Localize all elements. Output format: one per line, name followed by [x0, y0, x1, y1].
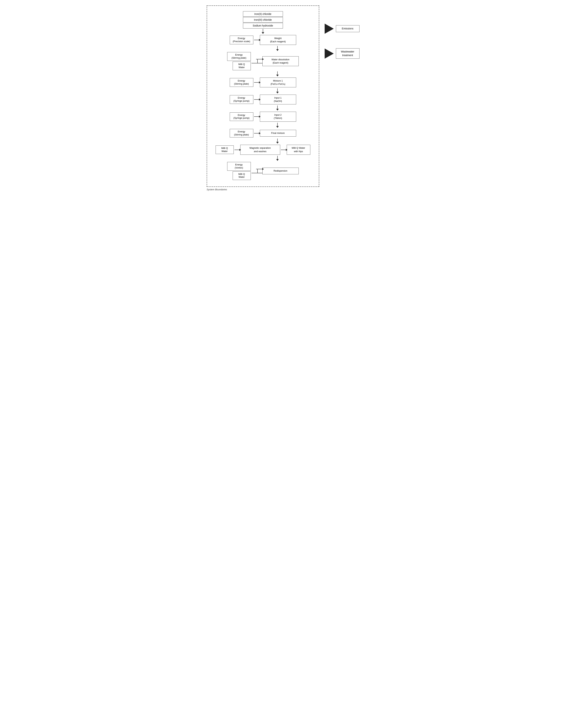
vert-connector [257, 59, 258, 63]
arrowhead-down4 [276, 92, 279, 94]
process-final-mixture: Final mixture [260, 130, 296, 136]
arrowhead-down3 [276, 75, 279, 76]
process-magnetic-separation: Magnetic separation and washes [240, 145, 280, 155]
process-input1: Input 1 (NaOH) [260, 95, 296, 104]
big-arrow-emissions [325, 24, 334, 34]
page-wrapper: Iron(II) chloride Iron(III) chloride Sod… [207, 5, 359, 187]
reagent-iron2: Iron(II) chloride [243, 11, 283, 17]
arrow-syringe2-input2 [254, 116, 259, 117]
final-mixture-row: Energy (Stirring plate) Final mixture [211, 129, 315, 138]
left-inputs-dissolution: Energy (Stirring plate) Milli Q Water [227, 52, 251, 70]
arrow-precision-weight [254, 40, 259, 40]
energy-stirring2: Energy (Stirring plate) [230, 78, 253, 87]
bracket-redispersion [252, 169, 263, 173]
arrow-input1-input2 [277, 106, 278, 109]
mixture1-row: Energy (Stirring plate) Mixture 1 (FeCl₂… [211, 78, 315, 87]
process-milli-q-nps: Milli Q Water with Nps [287, 145, 310, 155]
energy-syringe1: Energy (Syringe pump) [230, 95, 253, 104]
emissions-row: Emissions [325, 24, 359, 34]
energy-syringe2: Energy (Syringe pump) [230, 112, 253, 121]
arrow-magnetic-redispersion [277, 156, 278, 159]
arrow-dissolution-mixture1 [277, 71, 278, 75]
input2-row: Energy (Syringe pump) Input 2 (TMAH) [211, 112, 315, 121]
energy-stirring3: Energy (Stirring plate) [230, 129, 253, 138]
vert-connector2 [257, 169, 258, 173]
arrowhead-down8 [276, 159, 279, 161]
energy-stirring1: Energy (Stirring plate) [227, 52, 251, 61]
arrow-reagents-weight [263, 29, 263, 32]
arrowhead-down [262, 32, 264, 34]
milli-q-water1: Milli Q Water [233, 62, 251, 70]
arrow-stirring2-mixture1 [254, 82, 259, 83]
arrow-mixture1-input1 [277, 88, 278, 92]
output-wastewater: Wastewater treatment [336, 48, 359, 59]
dissolution-row: Energy (Stirring plate) Milli Q Water [211, 52, 315, 70]
arrow-final-magnetic [277, 139, 278, 142]
milli-q-water2: Milli Q Water [216, 145, 234, 154]
h-line-milliQ [252, 63, 263, 63]
process-mixture1: Mixture 1 (FeCl₂+FeCl₃) [260, 78, 296, 87]
arrowhead-down5 [276, 109, 279, 111]
arrow-stirring3-final [254, 133, 259, 133]
energy-vortex: Energy (Vortex) [227, 162, 251, 171]
big-arrow-wastewater [325, 48, 334, 59]
wastewater-row: Wastewater treatment [325, 48, 359, 59]
h-line-milliQ3 [252, 173, 263, 173]
arrow-weight-dissolution [277, 46, 278, 49]
arrow-input2-final [277, 123, 278, 126]
system-boundary: Iron(II) chloride Iron(III) chloride Sod… [207, 5, 319, 187]
arrowhead-down7 [276, 142, 279, 144]
process-redispersion: Redispersion [263, 168, 299, 174]
magnetic-sep-row: Milli Q Water Magnetic separation and wa… [211, 145, 315, 155]
reagent-sodium: Sodium hydroxide [243, 23, 283, 28]
arrowhead-down2 [276, 49, 279, 51]
reagent-iron3: Iron(III) chloride [243, 17, 283, 23]
output-emissions: Emissions [336, 25, 359, 32]
process-dissolution: Water dissolution (Each reagent) [263, 56, 299, 66]
bracket-lines [252, 59, 263, 63]
arrow-syringe1-input1 [254, 99, 259, 100]
redispersion-row: Energy (Vortex) Milli Q Water Redispersi… [211, 162, 315, 180]
input1-row: Energy (Syringe pump) Input 1 (NaOH) [211, 95, 315, 104]
arrow-magnetic-nps [281, 150, 286, 150]
right-outputs: Emissions Wastewater treatment [325, 5, 359, 66]
process-weight: Weight (Each reagent) [260, 35, 296, 45]
system-boundaries-label: System Boundaries [207, 188, 227, 191]
left-inputs-redispersion: Energy (Vortex) Milli Q Water [227, 162, 251, 180]
process-input2: Input 2 (TMAH) [260, 112, 296, 121]
energy-precision-scale: Energy (Precision scale) [230, 36, 253, 44]
arrow-milliQ-magnetic [235, 150, 240, 150]
milli-q-water3: Milli Q Water [233, 171, 251, 180]
arrowhead-down6 [276, 126, 279, 128]
